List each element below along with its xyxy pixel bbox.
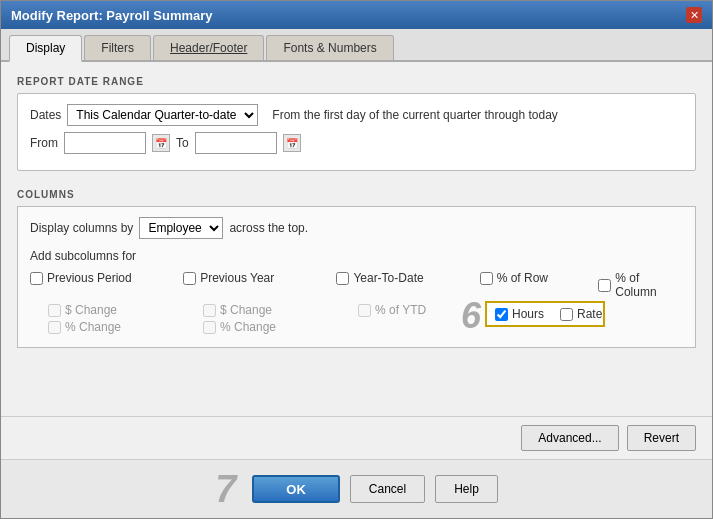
hours-item: Hours bbox=[495, 307, 544, 321]
date-range-box: Dates This Calendar Quarter-to-date From… bbox=[17, 93, 696, 171]
tab-fonts-numbers[interactable]: Fonts & Numbers bbox=[266, 35, 393, 60]
pct-of-row-label: % of Row bbox=[497, 271, 548, 285]
pct-of-row-item: % of Row bbox=[480, 271, 599, 285]
previous-period-checkbox[interactable] bbox=[30, 272, 43, 285]
to-label: To bbox=[176, 136, 189, 150]
pct-of-col-label: % of Column bbox=[615, 271, 683, 299]
cancel-button[interactable]: Cancel bbox=[350, 475, 425, 503]
hours-rate-box: Hours Rate bbox=[485, 301, 605, 327]
help-button[interactable]: Help bbox=[435, 475, 498, 503]
from-date-input[interactable]: 10/01/2023 bbox=[64, 132, 146, 154]
to-calendar-icon[interactable]: 📅 bbox=[283, 134, 301, 152]
step6-badge: 6 bbox=[461, 295, 481, 337]
ok-button[interactable]: OK bbox=[252, 475, 340, 503]
year-to-date-item: Year-To-Date bbox=[336, 271, 479, 285]
main-content: REPORT DATE RANGE Dates This Calendar Qu… bbox=[1, 62, 712, 416]
year-to-date-checkbox[interactable] bbox=[336, 272, 349, 285]
previous-period-children: $ Change % Change bbox=[30, 303, 185, 334]
rate-item: Rate bbox=[560, 307, 602, 321]
dialog-title: Modify Report: Payroll Summary bbox=[11, 8, 213, 23]
from-to-row: From 10/01/2023 📅 To 12/15/2023 📅 bbox=[30, 132, 683, 154]
close-button[interactable]: ✕ bbox=[686, 7, 702, 23]
pct-of-row-checkbox[interactable] bbox=[480, 272, 493, 285]
display-by-row: Display columns by Employee across the t… bbox=[30, 217, 683, 239]
bottom-bar: 7 OK Cancel Help bbox=[1, 459, 712, 518]
columns-box: Display columns by Employee across the t… bbox=[17, 206, 696, 348]
date-preset-select[interactable]: This Calendar Quarter-to-date bbox=[67, 104, 258, 126]
from-calendar-icon[interactable]: 📅 bbox=[152, 134, 170, 152]
display-by-select[interactable]: Employee bbox=[139, 217, 223, 239]
pct-of-col-item: % of Column bbox=[598, 271, 683, 299]
previous-year-checkbox[interactable] bbox=[183, 272, 196, 285]
previous-year-item: Previous Year bbox=[183, 271, 336, 285]
tab-bar: Display Filters Header/Footer Fonts & Nu… bbox=[1, 29, 712, 62]
pp-pct-change-checkbox[interactable] bbox=[48, 321, 61, 334]
dates-label: Dates bbox=[30, 108, 61, 122]
rate-checkbox[interactable] bbox=[560, 308, 573, 321]
tab-display[interactable]: Display bbox=[9, 35, 82, 62]
across-top-label: across the top. bbox=[229, 221, 308, 235]
add-subcolumns-label: Add subcolumns for bbox=[30, 249, 683, 263]
date-description: From the first day of the current quarte… bbox=[272, 108, 557, 122]
pp-pct-change-label: % Change bbox=[65, 320, 121, 334]
report-date-range-section: REPORT DATE RANGE Dates This Calendar Qu… bbox=[17, 76, 696, 171]
date-range-label: REPORT DATE RANGE bbox=[17, 76, 696, 87]
dialog: Modify Report: Payroll Summary ✕ Display… bbox=[0, 0, 713, 519]
previous-year-children: $ Change % Change bbox=[185, 303, 340, 334]
previous-year-label: Previous Year bbox=[200, 271, 274, 285]
footer-buttons: Advanced... Revert bbox=[1, 416, 712, 459]
dates-row: Dates This Calendar Quarter-to-date From… bbox=[30, 104, 683, 126]
to-date-input[interactable]: 12/15/2023 bbox=[195, 132, 277, 154]
year-to-date-label: Year-To-Date bbox=[353, 271, 423, 285]
py-pct-change-checkbox[interactable] bbox=[203, 321, 216, 334]
hours-checkbox[interactable] bbox=[495, 308, 508, 321]
previous-period-item: Previous Period bbox=[30, 271, 183, 285]
ytd-pct-checkbox[interactable] bbox=[358, 304, 371, 317]
py-dollar-change-checkbox[interactable] bbox=[203, 304, 216, 317]
py-dollar-change-label: $ Change bbox=[220, 303, 272, 317]
ytd-pct-label: % of YTD bbox=[375, 303, 426, 317]
tab-filters[interactable]: Filters bbox=[84, 35, 151, 60]
ytd-children: % of YTD 6 bbox=[340, 303, 485, 337]
revert-button[interactable]: Revert bbox=[627, 425, 696, 451]
title-bar: Modify Report: Payroll Summary ✕ bbox=[1, 1, 712, 29]
rate-label: Rate bbox=[577, 307, 602, 321]
hours-rate-area: Hours Rate bbox=[485, 303, 605, 327]
advanced-button[interactable]: Advanced... bbox=[521, 425, 618, 451]
py-pct-change-label: % Change bbox=[220, 320, 276, 334]
hours-label: Hours bbox=[512, 307, 544, 321]
previous-period-label: Previous Period bbox=[47, 271, 132, 285]
from-label: From bbox=[30, 136, 58, 150]
columns-section: COLUMNS Display columns by Employee acro… bbox=[17, 189, 696, 348]
columns-label: COLUMNS bbox=[17, 189, 696, 200]
tab-header-footer[interactable]: Header/Footer bbox=[153, 35, 264, 60]
step7-badge: 7 bbox=[215, 470, 236, 508]
pp-dollar-change-label: $ Change bbox=[65, 303, 117, 317]
pp-dollar-change-checkbox[interactable] bbox=[48, 304, 61, 317]
display-by-label: Display columns by bbox=[30, 221, 133, 235]
pct-of-col-checkbox[interactable] bbox=[598, 279, 611, 292]
